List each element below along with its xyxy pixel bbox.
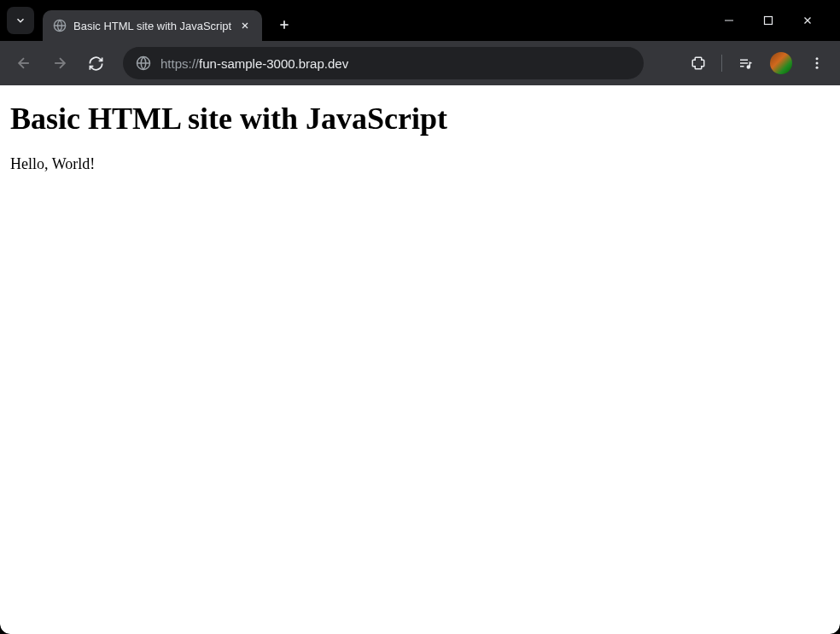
new-tab-button[interactable] [272,13,296,37]
page-heading: Basic HTML site with JavaScript [10,101,830,137]
toolbar-actions [684,49,831,78]
tab-search-dropdown[interactable] [7,7,34,34]
tab-title: Basic HTML site with JavaScript [73,20,231,32]
window-minimize-button[interactable] [717,9,741,32]
close-icon [802,15,814,26]
extensions-icon [691,55,706,71]
plus-icon [277,18,291,32]
page-body-text: Hello, World! [10,155,830,173]
site-info-button[interactable] [135,55,152,72]
forward-button[interactable] [44,48,75,79]
url-host: fun-sample-3000.brap.dev [199,56,348,71]
page-viewport: Basic HTML site with JavaScript Hello, W… [0,85,840,634]
back-button[interactable] [9,48,39,79]
arrow-right-icon [51,55,68,72]
url-scheme: https:// [160,56,199,71]
window-title-bar: Basic HTML site with JavaScript [0,0,840,41]
svg-point-17 [816,67,819,69]
arrow-left-icon [15,55,32,72]
globe-icon [136,55,151,71]
svg-point-15 [816,57,819,60]
address-bar[interactable]: https://fun-sample-3000.brap.dev [123,47,644,79]
close-icon [240,20,250,31]
more-vertical-icon [809,55,825,71]
svg-rect-6 [765,17,773,25]
toolbar-divider [721,55,722,72]
reload-button[interactable] [80,48,111,79]
globe-icon [53,19,67,32]
chevron-down-icon [15,15,26,26]
browser-tab[interactable]: Basic HTML site with JavaScript [43,10,262,41]
music-note-icon [738,55,753,71]
window-maximize-button[interactable] [756,9,780,32]
browser-toolbar: https://fun-sample-3000.brap.dev [0,41,840,85]
tab-close-button[interactable] [238,19,252,32]
window-controls [717,9,833,32]
maximize-icon [763,15,773,26]
profile-button[interactable] [767,49,796,78]
menu-button[interactable] [802,49,831,78]
avatar-icon [770,52,792,74]
media-controls-button[interactable] [731,49,760,78]
url-display: https://fun-sample-3000.brap.dev [160,56,632,71]
reload-icon [88,55,104,72]
svg-point-16 [816,62,819,65]
extensions-button[interactable] [684,49,713,78]
window-close-button[interactable] [796,9,820,32]
minimize-icon [724,15,734,26]
